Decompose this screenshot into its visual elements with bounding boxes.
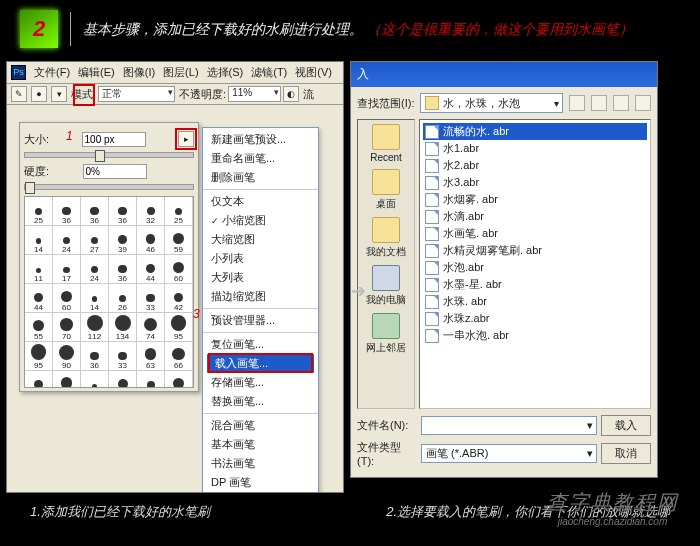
file-list[interactable]: 流畅的水. abr水1.abr水2.abr水3.abr水烟雾. abr水滴.ab…: [419, 119, 651, 409]
flyout-brush-set[interactable]: DP 画笔: [203, 473, 318, 492]
file-item[interactable]: 水2.abr: [423, 157, 647, 174]
places-item[interactable]: Recent: [358, 124, 414, 163]
brush-swatch[interactable]: 70: [53, 313, 81, 342]
views-icon[interactable]: [635, 95, 651, 111]
mode-dropdown[interactable]: 正常: [98, 86, 175, 102]
menu-bar[interactable]: Ps 文件(F) 编辑(E) 图像(I) 图层(L) 选择(S) 滤镜(T) 视…: [7, 62, 343, 84]
brush-swatch[interactable]: 44: [25, 284, 53, 313]
flyout-replace[interactable]: 替换画笔...: [203, 392, 318, 411]
places-item[interactable]: 桌面: [358, 169, 414, 211]
load-button[interactable]: 载入: [601, 415, 651, 436]
flyout-new-preset[interactable]: 新建画笔预设...: [203, 130, 318, 149]
back-icon[interactable]: [569, 95, 585, 111]
brush-swatch[interactable]: 36: [109, 255, 137, 284]
brush-swatch[interactable]: 36: [81, 342, 109, 371]
places-item[interactable]: 网上邻居: [358, 313, 414, 355]
brush-swatch[interactable]: 14: [25, 226, 53, 255]
brush-thumbnail-grid[interactable]: 2536363632251424273946591117243644604460…: [24, 196, 194, 388]
brush-tool-icon[interactable]: ✎: [11, 86, 27, 102]
size-slider[interactable]: [24, 152, 194, 158]
brush-swatch[interactable]: 63: [53, 371, 81, 388]
up-icon[interactable]: [591, 95, 607, 111]
flyout-textonly[interactable]: 仅文本: [203, 192, 318, 211]
menu-image[interactable]: 图像(I): [123, 65, 155, 80]
hardness-input[interactable]: [83, 164, 147, 179]
brush-swatch[interactable]: 112: [81, 313, 109, 342]
flyout-load-brushes[interactable]: 载入画笔...: [207, 354, 314, 373]
brush-swatch[interactable]: 33: [137, 284, 165, 313]
brush-swatch[interactable]: 32: [137, 197, 165, 226]
menu-view[interactable]: 视图(V): [295, 65, 332, 80]
brush-swatch[interactable]: 95: [165, 313, 193, 342]
brush-swatch[interactable]: 63: [137, 342, 165, 371]
flyout-brush-sets[interactable]: 混合画笔基本画笔书法画笔DP 画笔带阴影的画笔M 画笔介质画笔人造纹理画笔四脉画…: [203, 416, 318, 493]
brush-swatch[interactable]: 36: [53, 197, 81, 226]
brush-picker-arrow[interactable]: ▾: [51, 86, 67, 102]
brush-swatch[interactable]: 11: [81, 371, 109, 388]
menu-select[interactable]: 选择(S): [207, 65, 244, 80]
brush-preset-swatch[interactable]: ●: [31, 86, 47, 102]
brush-swatch[interactable]: 74: [137, 313, 165, 342]
hardness-slider[interactable]: [24, 184, 194, 190]
flyout-menu-icon[interactable]: ▸: [178, 131, 194, 147]
menu-file[interactable]: 文件(F): [34, 65, 70, 80]
brush-swatch[interactable]: 36: [109, 197, 137, 226]
brush-swatch[interactable]: 33: [109, 342, 137, 371]
brush-flyout-menu[interactable]: 新建画笔预设... 重命名画笔... 删除画笔 仅文本 小缩览图 大缩览图 小列…: [202, 127, 319, 493]
file-item[interactable]: 水泡.abr: [423, 259, 647, 276]
places-bar[interactable]: Recent桌面我的文档我的电脑网上邻居: [357, 119, 415, 409]
file-item[interactable]: 水珠z.abr: [423, 310, 647, 327]
flyout-reset[interactable]: 复位画笔...: [203, 335, 318, 354]
brush-swatch[interactable]: 44: [137, 255, 165, 284]
filetype-combobox[interactable]: 画笔 (*.ABR): [421, 444, 597, 463]
brush-preset-picker[interactable]: 大小: ▸ 硬度: 253636363225142427394659111724…: [19, 122, 199, 392]
brush-swatch[interactable]: 95: [25, 342, 53, 371]
brush-swatch[interactable]: 32: [137, 371, 165, 388]
flyout-brush-set[interactable]: 书法画笔: [203, 454, 318, 473]
file-item[interactable]: 水1.abr: [423, 140, 647, 157]
brush-swatch[interactable]: 24: [53, 226, 81, 255]
brush-swatch[interactable]: 42: [165, 284, 193, 313]
brush-swatch[interactable]: 59: [165, 226, 193, 255]
file-item[interactable]: 水画笔. abr: [423, 225, 647, 242]
brush-swatch[interactable]: 25: [25, 197, 53, 226]
flyout-small-thumb[interactable]: 小缩览图: [203, 211, 318, 230]
flyout-delete[interactable]: 删除画笔: [203, 168, 318, 187]
brush-swatch[interactable]: 39: [109, 226, 137, 255]
brush-swatch[interactable]: 60: [165, 255, 193, 284]
brush-swatch[interactable]: 46: [137, 226, 165, 255]
brush-swatch[interactable]: 27: [81, 226, 109, 255]
brush-swatch[interactable]: 11: [25, 255, 53, 284]
brush-swatch[interactable]: 55: [165, 371, 193, 388]
brush-swatch[interactable]: 39: [25, 371, 53, 388]
flyout-save[interactable]: 存储画笔...: [203, 373, 318, 392]
flyout-small-list[interactable]: 小列表: [203, 249, 318, 268]
file-item[interactable]: 水珠. abr: [423, 293, 647, 310]
flyout-brush-set[interactable]: 基本画笔: [203, 435, 318, 454]
menu-filter[interactable]: 滤镜(T): [251, 65, 287, 80]
size-input[interactable]: [82, 132, 146, 147]
file-item[interactable]: 水3.abr: [423, 174, 647, 191]
newfolder-icon[interactable]: [613, 95, 629, 111]
menu-edit[interactable]: 编辑(E): [78, 65, 115, 80]
file-item[interactable]: 流畅的水. abr: [423, 123, 647, 140]
places-item[interactable]: 我的电脑: [358, 265, 414, 307]
flyout-large-thumb[interactable]: 大缩览图: [203, 230, 318, 249]
brush-swatch[interactable]: 55: [25, 313, 53, 342]
brush-swatch[interactable]: 17: [53, 255, 81, 284]
opacity-dropdown[interactable]: 11%: [228, 86, 281, 102]
brush-swatch[interactable]: 25: [165, 197, 193, 226]
brush-swatch[interactable]: 36: [81, 197, 109, 226]
brush-swatch[interactable]: 14: [81, 284, 109, 313]
flyout-brush-set[interactable]: 带阴影的画笔: [203, 492, 318, 493]
brush-swatch[interactable]: 48: [109, 371, 137, 388]
flyout-preset-manager[interactable]: 预设管理器...: [203, 311, 318, 330]
file-item[interactable]: 水烟雾. abr: [423, 191, 647, 208]
brush-swatch[interactable]: 66: [165, 342, 193, 371]
places-item[interactable]: 我的文档: [358, 217, 414, 259]
flyout-stroke-thumb[interactable]: 描边缩览图: [203, 287, 318, 306]
file-item[interactable]: 水墨-星. abr: [423, 276, 647, 293]
brush-swatch[interactable]: 24: [81, 255, 109, 284]
brush-swatch[interactable]: 134: [109, 313, 137, 342]
scope-combobox[interactable]: 水，水珠，水泡: [420, 93, 563, 113]
